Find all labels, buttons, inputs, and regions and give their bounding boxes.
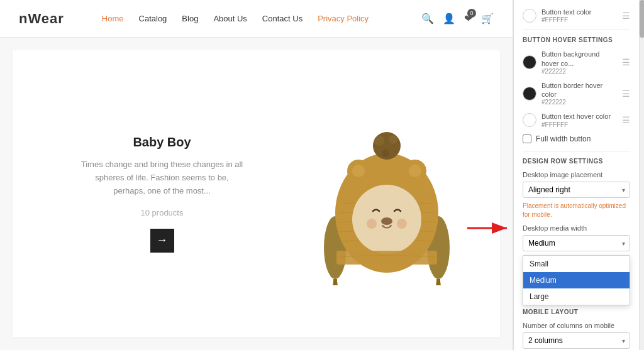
btn-bg-hover-menu[interactable]: ☰ (622, 57, 630, 67)
wishlist-badge: 0 (467, 9, 476, 18)
product-count: 10 products (38, 208, 286, 217)
nav-header: nWear Home Catalog Blog About Us Contact… (0, 0, 513, 38)
btn-bg-hover-hex: #222222 (541, 68, 617, 75)
btn-bg-hover-row: Button background hover co... #222222 ☰ (523, 50, 630, 75)
full-width-checkbox[interactable] (523, 134, 531, 143)
product-title: Baby Boy (38, 135, 286, 150)
product-arrow-button[interactable]: → (150, 229, 174, 253)
cart-icon[interactable]: 🛒 (481, 13, 494, 25)
mobile-layout-header: MOBILE LAYOUT (523, 309, 630, 315)
svg-point-10 (374, 136, 384, 146)
main-area: nWear Home Catalog Blog About Us Contact… (0, 0, 513, 350)
outer-scrollbar[interactable] (639, 0, 644, 350)
btn-bg-hover-label: Button background hover co... (541, 50, 617, 68)
desktop-placement-select[interactable]: Aligned right Aligned left Centered (523, 182, 630, 198)
product-banner: Baby Boy Times change and bring these ch… (13, 50, 500, 337)
hat-illustration (311, 103, 462, 285)
divider-2 (523, 151, 630, 151)
svg-point-19 (367, 219, 377, 229)
svg-point-20 (397, 219, 407, 229)
btn-text-hover-label: Button text hover color (541, 112, 617, 121)
search-icon[interactable]: 🔍 (421, 13, 434, 25)
desktop-media-wrapper: Medium Small Large ▾ (523, 235, 630, 251)
btn-text-hover-swatch[interactable] (523, 113, 536, 127)
product-description: Times change and bring these changes in … (80, 158, 244, 197)
nav-link-about[interactable]: About Us (213, 14, 247, 23)
nav-icons: 🔍 👤 ❤ 0 🛒 (421, 13, 494, 25)
scrollbar-thumb[interactable] (640, 0, 644, 38)
svg-point-12 (382, 150, 389, 157)
design-row-settings-header: DESIGN ROW SETTINGS (523, 158, 630, 165)
svg-point-18 (381, 217, 392, 225)
media-width-dropdown-open: Small Medium Large (523, 255, 630, 305)
desktop-media-select[interactable]: Medium Small Large (523, 235, 630, 251)
option-small[interactable]: Small (523, 256, 630, 272)
nav-link-catalog[interactable]: Catalog (139, 14, 167, 23)
desktop-placement-label: Desktop image placement (523, 171, 630, 178)
option-medium[interactable]: Medium (523, 272, 630, 288)
btn-border-hover-menu[interactable]: ☰ (622, 89, 630, 99)
nav-link-contact[interactable]: Contact Us (262, 14, 303, 23)
btn-border-hover-row: Button border hover color #222222 ☰ (523, 81, 630, 106)
btn-text-hover-hex: #FFFFFF (541, 121, 617, 128)
desktop-placement-wrapper: Aligned right Aligned left Centered ▾ (523, 182, 630, 198)
mobile-columns-wrapper: 2 columns 1 column 3 columns ▾ (523, 332, 630, 349)
btn-border-hover-hex: #222222 (541, 99, 617, 106)
button-text-color-menu[interactable]: ☰ (622, 11, 630, 21)
svg-line-3 (335, 279, 340, 285)
svg-line-7 (438, 279, 443, 285)
product-text: Baby Boy Times change and bring these ch… (38, 135, 286, 252)
svg-point-14 (352, 165, 365, 177)
svg-point-16 (409, 165, 421, 177)
content-area: Baby Boy Times change and bring these ch… (0, 38, 513, 350)
option-large[interactable]: Large (523, 288, 630, 305)
nav-links: Home Catalog Blog About Us Contact Us Pr… (102, 14, 421, 23)
nav-link-blog[interactable]: Blog (182, 14, 198, 23)
button-text-color-swatch[interactable] (523, 9, 536, 23)
btn-text-hover-menu[interactable]: ☰ (622, 115, 630, 125)
nav-link-privacy[interactable]: Privacy Policy (318, 14, 369, 23)
svg-rect-21 (336, 251, 437, 265)
button-text-color-row: Button text color #FFFFFF ☰ (523, 8, 630, 23)
placement-hint: Placement is automatically optimized for… (523, 202, 630, 219)
button-text-color-hex: #FFFFFF (541, 16, 617, 23)
btn-border-hover-label: Button border hover color (541, 81, 617, 99)
btn-text-hover-row: Button text hover color #FFFFFF ☰ (523, 112, 630, 128)
wishlist-icon[interactable]: ❤ 0 (464, 13, 472, 25)
button-hover-settings-header: Button hover settings (523, 36, 630, 43)
full-width-label: Full width button (536, 134, 591, 143)
btn-bg-hover-swatch[interactable] (523, 55, 536, 69)
divider-1 (523, 30, 630, 30)
button-text-color-label: Button text color (541, 8, 617, 16)
desktop-media-dropdown-area: Medium Small Large ▾ Small Medium Large (523, 235, 630, 251)
user-icon[interactable]: 👤 (443, 13, 455, 25)
mobile-columns-label: Number of columns on mobile (523, 322, 630, 329)
full-width-button-row: Full width button (523, 134, 630, 143)
brand-logo: nWear (19, 11, 64, 27)
mobile-columns-select[interactable]: 2 columns 1 column 3 columns (523, 332, 630, 349)
product-image (299, 94, 475, 295)
svg-point-11 (389, 135, 397, 144)
btn-border-hover-swatch[interactable] (523, 87, 536, 101)
right-settings-panel: Button text color #FFFFFF ☰ Button hover… (513, 0, 639, 350)
desktop-media-label: Desktop media width (523, 224, 630, 232)
nav-link-home[interactable]: Home (102, 14, 124, 23)
